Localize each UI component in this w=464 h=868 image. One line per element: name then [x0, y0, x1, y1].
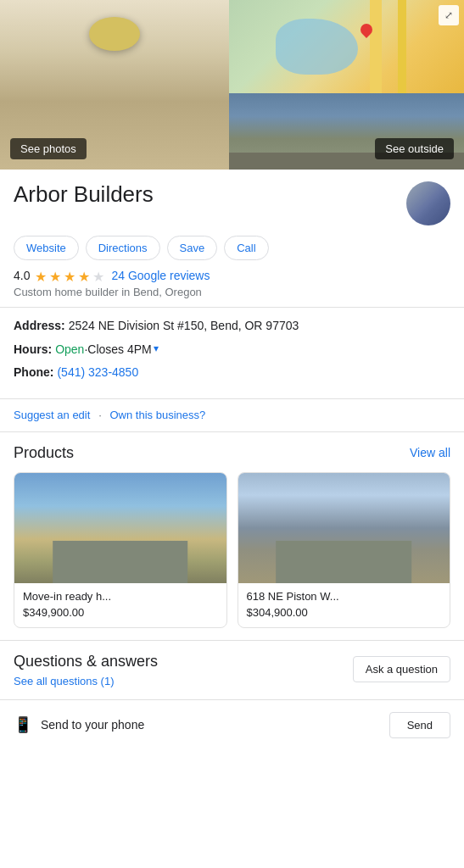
- products-grid: Move-in ready h... $349,900.00 618 NE Pi…: [14, 472, 450, 628]
- product-image-2: [238, 473, 450, 583]
- map-expand-button[interactable]: ⤢: [439, 5, 459, 25]
- send-button[interactable]: Send: [389, 712, 450, 738]
- ask-question-button[interactable]: Ask a question: [353, 656, 450, 682]
- hours-toggle-icon[interactable]: ▾: [154, 342, 159, 356]
- star-rating: ★ ★ ★ ★ ★: [35, 269, 106, 282]
- business-header: Arbor Builders: [14, 181, 450, 225]
- products-title: Products: [14, 444, 74, 462]
- send-to-phone-icon: 📱: [14, 715, 32, 734]
- star-4: ★: [78, 269, 92, 282]
- map-water-feature: [276, 19, 358, 75]
- see-outside-button[interactable]: See outside: [375, 138, 454, 159]
- status-open: Open: [55, 342, 84, 359]
- own-business-link[interactable]: Own this business?: [109, 409, 205, 421]
- star-1: ★: [35, 269, 48, 282]
- star-5: ★: [92, 269, 106, 282]
- star-3: ★: [64, 269, 77, 282]
- product-info-2: 618 NE Piston W... $304,900.00: [238, 583, 450, 627]
- suggest-edit-link[interactable]: Suggest an edit: [14, 409, 90, 421]
- send-left: 📱 Send to your phone: [14, 715, 144, 734]
- call-button[interactable]: Call: [224, 236, 268, 260]
- map-pin-icon: [358, 24, 375, 46]
- product-name-1: Move-in ready h...: [23, 590, 218, 603]
- view-all-link[interactable]: View all: [410, 446, 450, 459]
- products-header: Products View all: [14, 444, 450, 462]
- hero-interior-photo[interactable]: See photos: [0, 0, 229, 170]
- reviews-link[interactable]: 24 Google reviews: [111, 269, 210, 282]
- phone-link[interactable]: (541) 323-4850: [57, 364, 138, 381]
- edit-links-section: Suggest an edit · Own this business?: [0, 399, 464, 432]
- directions-button[interactable]: Directions: [86, 236, 160, 260]
- product-price-1: $349,900.00: [23, 606, 218, 619]
- website-button[interactable]: Website: [14, 236, 79, 260]
- products-section: Products View all Move-in ready h... $34…: [0, 432, 464, 641]
- map-road-2: [398, 0, 406, 93]
- hero-section: See photos ⤢ See outside: [0, 0, 464, 170]
- action-buttons: Website Directions Save Call: [14, 236, 450, 260]
- address-value: 2524 NE Division St #150, Bend, OR 97703: [69, 318, 299, 335]
- house-sim-1: [36, 506, 205, 583]
- phone-row: Phone: (541) 323-4850: [14, 364, 450, 381]
- qa-left: Questions & answers See all questions (1…: [14, 653, 158, 687]
- send-label: Send to your phone: [41, 718, 144, 732]
- hero-right-panel: ⤢ See outside: [229, 0, 464, 170]
- hours-label: Hours:: [14, 342, 52, 359]
- business-info-section: Arbor Builders Website Directions Save C…: [0, 170, 464, 308]
- hours-row: Hours: Open · Closes 4PM ▾: [14, 342, 450, 359]
- business-name: Arbor Builders: [14, 181, 154, 208]
- rating-number: 4.0: [14, 269, 30, 282]
- map-road-1: [370, 0, 382, 93]
- see-photos-button[interactable]: See photos: [10, 138, 87, 159]
- send-to-phone-section: 📱 Send to your phone Send: [0, 700, 464, 750]
- product-name-2: 618 NE Piston W...: [247, 590, 442, 603]
- qa-section: Questions & answers See all questions (1…: [0, 641, 464, 700]
- status-close: Closes 4PM: [87, 342, 151, 359]
- qa-title: Questions & answers: [14, 653, 158, 670]
- address-row: Address: 2524 NE Division St #150, Bend,…: [14, 318, 450, 335]
- avatar[interactable]: [406, 181, 450, 225]
- phone-label: Phone:: [14, 364, 53, 381]
- product-image-1: [14, 473, 226, 583]
- hero-street-photo[interactable]: See outside: [229, 93, 464, 170]
- house-sim-2: [259, 506, 428, 583]
- product-price-2: $304,900.00: [247, 606, 442, 619]
- business-type: Custom home builder in Bend, Oregon: [14, 286, 450, 298]
- rating-row: 4.0 ★ ★ ★ ★ ★ 24 Google reviews: [14, 269, 450, 282]
- see-all-questions-link[interactable]: See all questions (1): [14, 675, 115, 687]
- edit-separator: ·: [98, 409, 104, 421]
- hero-map[interactable]: ⤢: [229, 0, 464, 93]
- product-card-1[interactable]: Move-in ready h... $349,900.00: [14, 472, 227, 628]
- product-info-1: Move-in ready h... $349,900.00: [14, 583, 226, 627]
- product-card-2[interactable]: 618 NE Piston W... $304,900.00: [238, 472, 451, 628]
- save-button[interactable]: Save: [167, 236, 218, 260]
- address-label: Address:: [14, 318, 65, 335]
- star-2: ★: [49, 269, 63, 282]
- details-section: Address: 2524 NE Division St #150, Bend,…: [0, 308, 464, 399]
